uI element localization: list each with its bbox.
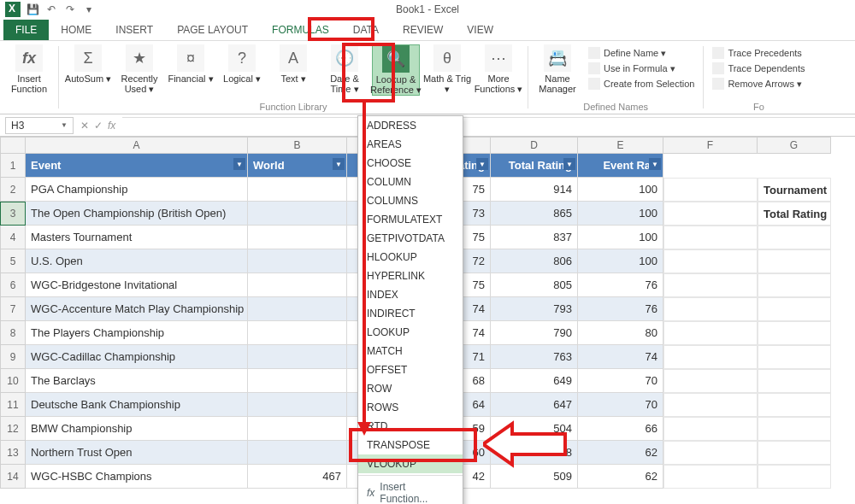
cell-G12[interactable] [758,417,831,441]
qat-save-icon[interactable]: 💾 [26,3,39,16]
filter-icon[interactable]: ▼ [333,158,345,170]
header-event[interactable]: Event▼ [26,154,248,178]
cell-G6[interactable] [758,273,831,297]
menu-item-columns[interactable]: COLUMNS [358,191,463,210]
qat-redo-icon[interactable]: ↷ [63,3,77,16]
use-in-formula-button[interactable]: Use in Formula ▾ [585,62,698,75]
menu-item-address[interactable]: ADDRESS [358,116,463,135]
cell-F10[interactable] [663,369,758,393]
menu-item-lookup[interactable]: LOOKUP [358,323,463,342]
cell-D14[interactable]: 509 [491,465,578,489]
cell-D12[interactable]: 504 [491,417,578,441]
row-header-14[interactable]: 14 [0,465,26,489]
qat-undo-icon[interactable]: ↶ [44,3,58,16]
tab-page-layout[interactable]: PAGE LAYOUT [165,20,260,40]
select-all-corner[interactable] [0,137,26,154]
cell-G4[interactable] [758,226,831,249]
cell-B5[interactable] [248,249,347,273]
cell-A11[interactable]: Deutsche Bank Championship [26,393,248,417]
cell-E12[interactable]: 66 [578,417,663,441]
menu-item-indirect[interactable]: INDIRECT [358,304,463,323]
enter-formula-icon[interactable]: ✓ [94,120,103,132]
cell-E4[interactable]: 100 [578,226,663,249]
cell-F9[interactable] [663,345,758,369]
name-manager-button[interactable]: 📇 Name Manager [534,44,581,94]
menu-item-hyperlink[interactable]: HYPERLINK [358,267,463,285]
datetime-button[interactable]: 🕘 Date & Time ▾ [321,44,369,96]
menu-item-rows[interactable]: ROWS [358,398,463,417]
math-trig-button[interactable]: θ Math & Trig ▾ [423,44,471,96]
tab-insert[interactable]: INSERT [103,20,165,40]
cell-E2[interactable]: 100 [578,178,663,202]
lookup-reference-menu[interactable]: ADDRESSAREASCHOOSECOLUMNCOLUMNSFORMULATE… [357,115,463,504]
cell-B8[interactable] [248,321,347,345]
cell-B6[interactable] [248,273,347,297]
trace-precedents-button[interactable]: Trace Precedents [709,46,808,60]
menu-item-areas[interactable]: AREAS [358,135,463,154]
filter-icon[interactable]: ▼ [476,158,488,170]
header-event-rank[interactable]: Event Ran▼ [578,154,663,178]
cell-B3[interactable] [248,202,347,226]
menu-item-vlookup[interactable]: VLOOKUP [358,454,463,473]
cell-F4[interactable] [663,226,758,249]
column-header-A[interactable]: A [26,137,248,154]
header-world[interactable]: World▼ [248,154,347,178]
menu-item-row[interactable]: ROW [358,379,463,398]
filter-icon[interactable]: ▼ [649,158,661,170]
remove-arrows-button[interactable]: Remove Arrows ▾ [709,77,808,91]
cell-A6[interactable]: WGC-Bridgestone Invitational [26,273,248,297]
financial-button[interactable]: ¤ Financial ▾ [167,44,215,96]
cell-B12[interactable] [248,417,347,441]
row-header-5[interactable]: 5 [0,249,26,273]
cell-F5[interactable] [663,249,758,273]
row-header-6[interactable]: 6 [0,273,26,297]
fx-label-icon[interactable]: fx [108,120,115,132]
cell-A8[interactable]: The Players Championship [26,321,248,345]
cell-G8[interactable] [758,321,831,345]
menu-item-offset[interactable]: OFFSET [358,360,463,379]
row-header-3[interactable]: 3 [0,202,26,226]
cell-B2[interactable] [248,178,347,202]
cell-F12[interactable] [663,417,758,441]
cell-A14[interactable]: WGC-HSBC Champions [26,465,248,489]
tab-file[interactable]: FILE [3,20,49,40]
cell-E6[interactable]: 76 [578,273,663,297]
cell-F14[interactable] [663,465,758,489]
cell-F3[interactable] [663,202,758,226]
cell-F7[interactable] [663,297,758,321]
cell-B4[interactable] [248,226,347,249]
header-total-rating[interactable]: Total Rating▼ [491,154,578,178]
qat-menu-icon[interactable]: ▾ [82,3,96,16]
menu-item-choose[interactable]: CHOOSE [358,154,463,173]
cell-B11[interactable] [248,393,347,417]
cell-D8[interactable]: 790 [491,321,578,345]
cell-G13[interactable] [758,441,831,465]
cell-F8[interactable] [663,321,758,345]
cell-D2[interactable]: 914 [491,178,578,202]
cell-G7[interactable] [758,297,831,321]
cell-D11[interactable]: 647 [491,393,578,417]
cell-G11[interactable] [758,393,831,417]
cell-E13[interactable]: 62 [578,441,663,465]
cell-A9[interactable]: WGC-Cadillac Championship [26,345,248,369]
cell-G14[interactable] [758,465,831,489]
row-header-9[interactable]: 9 [0,345,26,369]
cell-D6[interactable]: 805 [491,273,578,297]
cell-E10[interactable]: 70 [578,369,663,393]
cell-F2[interactable] [663,178,758,202]
menu-item-hlookup[interactable]: HLOOKUP [358,248,463,267]
trace-dependents-button[interactable]: Trace Dependents [709,62,808,75]
cell-F6[interactable] [663,273,758,297]
cell-D10[interactable]: 649 [491,369,578,393]
logical-button[interactable]: ? Logical ▾ [218,44,266,96]
recently-used-button[interactable]: ★ Recently Used ▾ [115,44,163,96]
menu-item-rtd[interactable]: RTD [358,417,463,436]
cancel-formula-icon[interactable]: ✕ [80,120,89,132]
filter-icon[interactable]: ▼ [233,158,245,170]
menu-item-getpivotdata[interactable]: GETPIVOTDATA [358,229,463,248]
tab-formulas[interactable]: FORMULAS [260,20,341,40]
cell-D5[interactable]: 806 [491,249,578,273]
cell-F13[interactable] [663,441,758,465]
tab-data[interactable]: DATA [341,20,391,40]
autosum-button[interactable]: Σ AutoSum ▾ [64,44,112,96]
